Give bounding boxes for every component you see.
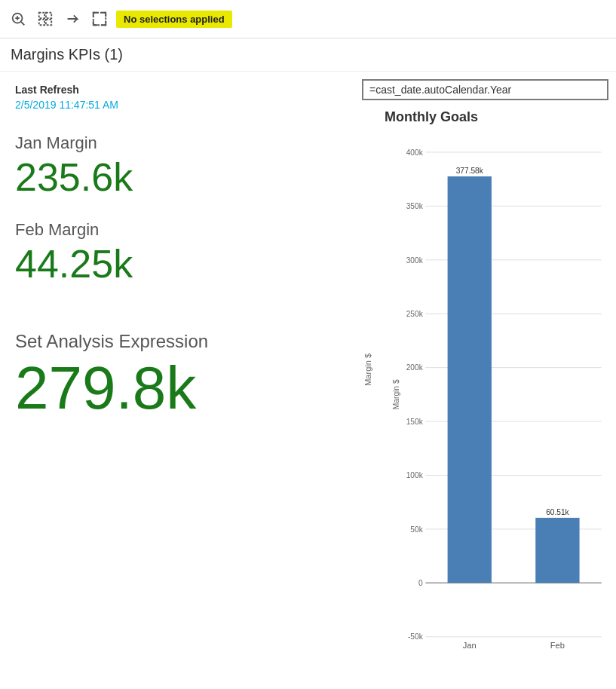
svg-rect-30 bbox=[448, 176, 492, 583]
svg-text:300k: 300k bbox=[406, 256, 424, 264]
jan-margin-value: 235.6k bbox=[15, 156, 339, 199]
toolbar: No selections applied bbox=[0, 0, 616, 38]
expand-icon[interactable] bbox=[89, 8, 110, 29]
svg-text:Margin $: Margin $ bbox=[392, 379, 400, 409]
svg-line-1 bbox=[21, 22, 24, 25]
right-panel: =cast_date.autoCalendar.Year Monthly Goa… bbox=[354, 72, 616, 687]
svg-rect-4 bbox=[39, 13, 44, 18]
bar-chart: 400k350k300k250k200k150k100k50k0-50k377.… bbox=[392, 131, 608, 665]
selection-badge: No selections applied bbox=[116, 11, 232, 28]
feb-margin-block: Feb Margin 44.25k bbox=[15, 220, 339, 286]
svg-text:60.51k: 60.51k bbox=[546, 508, 569, 516]
svg-text:100k: 100k bbox=[406, 471, 424, 479]
svg-rect-8 bbox=[93, 13, 106, 26]
feb-margin-value: 44.25k bbox=[15, 243, 339, 286]
svg-rect-33 bbox=[535, 518, 579, 583]
y-axis-label: Margin $ bbox=[363, 354, 372, 386]
forward-icon[interactable] bbox=[62, 8, 83, 29]
last-refresh-label: Last Refresh bbox=[15, 84, 339, 96]
set-analysis-title: Set Analysis Expression bbox=[15, 331, 339, 352]
svg-rect-5 bbox=[46, 13, 51, 18]
svg-text:-50k: -50k bbox=[408, 632, 424, 641]
svg-text:377.58k: 377.58k bbox=[456, 167, 484, 175]
svg-rect-6 bbox=[39, 20, 44, 25]
svg-text:350k: 350k bbox=[406, 202, 424, 210]
svg-text:250k: 250k bbox=[406, 310, 424, 318]
jan-margin-title: Jan Margin bbox=[15, 133, 339, 153]
chart-title: Monthly Goals bbox=[362, 109, 608, 125]
svg-rect-7 bbox=[46, 20, 51, 25]
jan-margin-block: Jan Margin 235.6k bbox=[15, 133, 339, 199]
last-refresh-value: 2/5/2019 11:47:51 AM bbox=[15, 99, 339, 111]
page-title: Margins KPIs (1) bbox=[0, 38, 616, 72]
filter-expression[interactable]: =cast_date.autoCalendar.Year bbox=[362, 79, 608, 100]
svg-text:Jan: Jan bbox=[463, 641, 477, 650]
set-analysis-value: 279.8k bbox=[15, 355, 339, 421]
svg-text:0: 0 bbox=[418, 579, 423, 587]
main-content: Last Refresh 2/5/2019 11:47:51 AM Jan Ma… bbox=[0, 72, 616, 687]
svg-text:200k: 200k bbox=[406, 363, 424, 372]
set-analysis-block: Set Analysis Expression 279.8k bbox=[15, 331, 339, 421]
chart-container: Margin $ 400k350k300k250k200k150k100k50k… bbox=[362, 131, 608, 687]
select-box-icon[interactable] bbox=[35, 8, 56, 29]
feb-margin-title: Feb Margin bbox=[15, 220, 339, 240]
left-panel: Last Refresh 2/5/2019 11:47:51 AM Jan Ma… bbox=[0, 72, 354, 687]
svg-text:400k: 400k bbox=[406, 149, 424, 157]
svg-text:50k: 50k bbox=[410, 525, 423, 534]
zoom-icon[interactable] bbox=[8, 8, 29, 29]
svg-text:Feb: Feb bbox=[550, 641, 565, 650]
svg-text:150k: 150k bbox=[406, 418, 424, 426]
